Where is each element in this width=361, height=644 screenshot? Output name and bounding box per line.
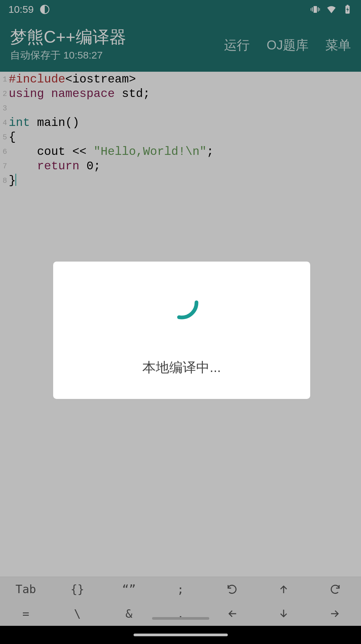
compiling-dialog: 本地编译中... — [53, 262, 310, 399]
svg-point-9 — [167, 288, 196, 317]
spinner-icon — [163, 284, 200, 321]
dialog-message: 本地编译中... — [142, 358, 221, 377]
